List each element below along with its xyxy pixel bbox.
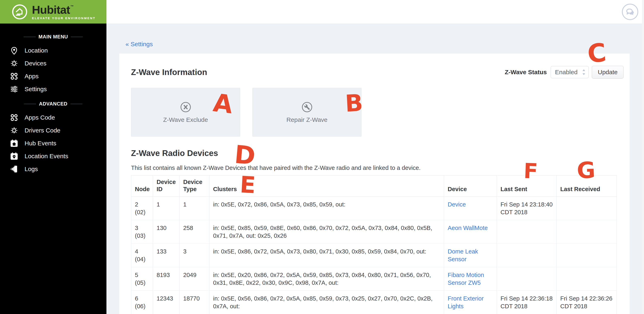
sidebar-item-label: Apps Code	[24, 114, 55, 121]
zwave-status-group: Z-Wave Status Enabled Update	[505, 66, 624, 78]
cell-last-sent: Fri Sep 14 22:36:18 CDT 2018	[497, 291, 556, 314]
cell-device-type: 3	[180, 244, 210, 267]
brand-trademark: ™	[70, 5, 74, 8]
brand-name: Hubitat™	[32, 4, 96, 15]
cell-device: Fibaro Motion Sensor ZW5	[444, 267, 497, 291]
sidebar-item-label: Drivers Code	[24, 127, 60, 134]
cell-device-id: 8193	[153, 267, 180, 291]
logo-text: Hubitat™ ELEVATE YOUR ENVIRONMENT	[32, 4, 96, 20]
sidebar-section-advanced: ADVANCED	[0, 101, 106, 107]
device-link[interactable]: Device	[448, 201, 466, 208]
door-exit-icon	[10, 164, 19, 174]
sidebar-item-label: Settings	[24, 86, 47, 93]
col-last-sent: Last Sent	[497, 175, 556, 197]
circle-x-icon	[180, 101, 192, 113]
topbar: Hubitat™ ELEVATE YOUR ENVIRONMENT	[0, 0, 644, 23]
sidebar-item-logs[interactable]: Logs	[0, 162, 106, 175]
zwave-exclude-button[interactable]: Z-Wave Exclude	[131, 88, 240, 137]
calendar-pin-icon	[10, 152, 19, 161]
sidebar-item-location-events[interactable]: Location Events	[0, 150, 106, 162]
zwave-devices-table: Node Device ID Device Type Clusters Devi…	[131, 175, 617, 314]
zwave-exclude-label: Z-Wave Exclude	[163, 116, 208, 123]
cell-clusters: in: 0x5E, 0x56, 0x86, 0x72, 0x5A, 0x85, …	[210, 291, 444, 314]
zwave-actions: Z-Wave Exclude Repair Z-Wave	[131, 88, 624, 137]
sidebar-item-hub-events[interactable]: Hub Events	[0, 137, 106, 150]
hubitat-logo[interactable]: Hubitat™ ELEVATE YOUR ENVIRONMENT	[0, 0, 106, 23]
col-clusters: Clusters	[210, 175, 444, 197]
col-device: Device	[444, 175, 497, 197]
col-last-received: Last Received	[556, 175, 617, 197]
device-link[interactable]: Dome Leak Sensor	[448, 248, 478, 263]
devices-bulb-icon	[10, 59, 19, 68]
cell-last-sent: Fri Sep 14 23:18:40 CDT 2018	[497, 197, 556, 220]
sidebar-section-main-menu: MAIN MENU	[0, 34, 106, 40]
cell-device: Dome Leak Sensor	[444, 244, 497, 267]
apps-circles-icon	[10, 113, 19, 122]
cell-device-id: 130	[153, 220, 180, 244]
cell-last-received	[556, 267, 617, 291]
topbar-right	[621, 0, 644, 23]
cell-last-sent	[497, 220, 556, 244]
col-node: Node	[131, 175, 153, 197]
cell-node: 6 (06)	[131, 291, 153, 314]
table-header-row: Node Device ID Device Type Clusters Devi…	[131, 175, 617, 197]
cell-node: 4 (04)	[131, 244, 153, 267]
table-row: 6 (06) 12343 18770 in: 0x5E, 0x56, 0x86,…	[131, 291, 617, 314]
cell-device: Aeon WallMote	[444, 220, 497, 244]
sidebar-item-devices[interactable]: Devices	[0, 57, 106, 70]
sidebar-item-label: Logs	[24, 165, 38, 172]
table-row: 4 (04) 133 3 in: 0x5E, 0x86, 0x72, 0x5A,…	[131, 244, 617, 267]
divider	[71, 37, 83, 37]
select-arrows-icon	[582, 68, 586, 76]
sidebar-item-apps-code[interactable]: Apps Code	[0, 111, 106, 124]
cell-last-received: Fri Sep 14 22:36:26 CDT 2018	[556, 291, 617, 314]
page-title: Z-Wave Information	[131, 67, 207, 77]
zwave-status-label: Z-Wave Status	[505, 69, 547, 76]
cell-last-sent	[497, 244, 556, 267]
zwave-status-select[interactable]: Enabled	[551, 66, 589, 78]
scrollbar[interactable]	[642, 0, 644, 314]
device-link[interactable]: Front Exterior Lights	[448, 295, 484, 310]
apps-circles-icon	[10, 72, 19, 81]
breadcrumb-settings-link[interactable]: « Settings	[126, 41, 153, 47]
cell-last-sent	[497, 267, 556, 291]
section-label: ADVANCED	[39, 101, 67, 107]
cell-last-received	[556, 244, 617, 267]
repair-zwave-label: Repair Z-Wave	[286, 116, 328, 123]
device-link[interactable]: Fibaro Motion Sensor ZW5	[448, 272, 484, 286]
sidebar-item-apps[interactable]: Apps	[0, 70, 106, 83]
cell-clusters: in: 0x5E, 0x85, 0x59, 0x8E, 0x60, 0x86, …	[210, 220, 444, 244]
zwave-status-value: Enabled	[555, 69, 578, 76]
location-pin-icon	[10, 46, 19, 55]
circle-wrench-icon	[301, 101, 313, 113]
sidebar-item-drivers-code[interactable]: Drivers Code	[0, 124, 106, 137]
chat-bubbles-icon[interactable]	[621, 3, 639, 21]
repair-zwave-button[interactable]: Repair Z-Wave	[252, 88, 362, 137]
brand-tagline: ELEVATE YOUR ENVIRONMENT	[32, 16, 96, 20]
cell-device-type: 1	[180, 197, 210, 220]
radio-devices-title: Z-Wave Radio Devices	[131, 148, 624, 158]
table-row: 2 (02) 1 1 in: 0x5E, 0x72, 0x86, 0x5A, 0…	[131, 197, 617, 220]
radio-devices-description: This list contains all known Z-Wave Devi…	[131, 164, 624, 172]
section-label: MAIN MENU	[38, 34, 68, 40]
device-link[interactable]: Aeon WallMote	[448, 225, 488, 231]
cell-clusters: in: 0x5E, 0x86, 0x72, 0x5A, 0x73, 0x80, …	[210, 244, 444, 267]
sidebar-item-label: Apps	[24, 73, 38, 80]
cell-device-type: 258	[180, 220, 210, 244]
sidebar-item-location[interactable]: Location	[0, 44, 106, 57]
zwave-information-card: Z-Wave Information Z-Wave Status Enabled…	[119, 54, 630, 314]
hubitat-house-icon	[12, 4, 28, 20]
cell-clusters: in: 0x5E, 0x72, 0x86, 0x5A, 0x73, 0x85, …	[210, 197, 444, 220]
cell-last-received	[556, 220, 617, 244]
sidebar: MAIN MENU Location Devices	[0, 23, 106, 314]
update-button[interactable]: Update	[592, 66, 624, 78]
sidebar-item-label: Hub Events	[24, 140, 56, 147]
table-row: 3 (03) 130 258 in: 0x5E, 0x85, 0x59, 0x8…	[131, 220, 617, 244]
cell-device-type: 2049	[180, 267, 210, 291]
cell-device-id: 133	[153, 244, 180, 267]
breadcrumb: « Settings	[106, 23, 644, 49]
col-device-type: Device Type	[180, 175, 210, 197]
sidebar-item-settings[interactable]: Settings	[0, 83, 106, 95]
cell-device: Device	[444, 197, 497, 220]
devices-bulb-icon	[10, 126, 19, 135]
